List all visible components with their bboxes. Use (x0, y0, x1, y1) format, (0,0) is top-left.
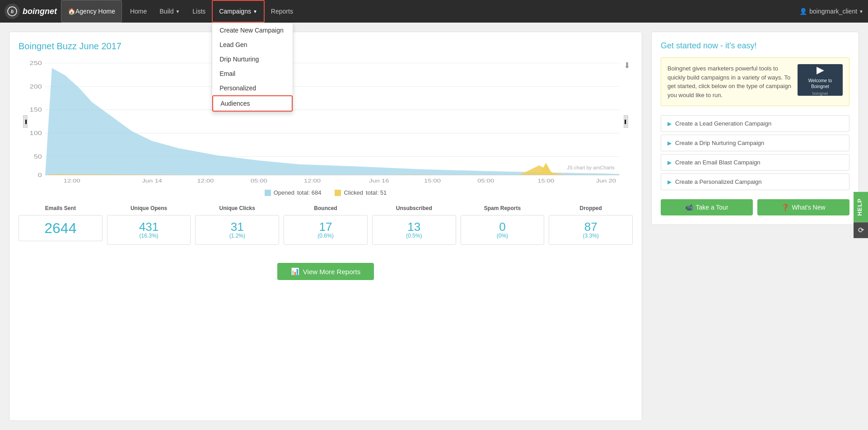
chart-right-controls: ▌ (624, 115, 628, 128)
chart-legend: Opened total: 684 Clicked total: 51 (19, 189, 633, 196)
dropdown-item-personalized[interactable]: Personalized (212, 81, 293, 95)
video-thumbnail[interactable]: ▶ Welcome to Boingnet boingnet (798, 64, 843, 96)
bar-chart-icon: 📊 (291, 267, 299, 276)
action-buttons: 📹 Take a Tour ❓ What's New (661, 199, 849, 215)
campaign-links-list: ▶Create a Lead Generation Campaign▶Creat… (661, 115, 849, 190)
svg-text:15:00: 15:00 (537, 178, 554, 183)
chart-left-handle-top[interactable]: ▐ (23, 115, 28, 128)
stat-percent-unique-opens: (16.3%) (111, 233, 187, 239)
agency-home-link[interactable]: 🏠 Agency Home (61, 0, 122, 23)
build-link[interactable]: Build ▼ (153, 0, 186, 23)
svg-text:12:00: 12:00 (64, 178, 80, 183)
stat-percent-unsubscribed: (0.5%) (376, 233, 452, 239)
video-label: Welcome to Boingnet (800, 78, 840, 89)
navbar: b boingnet 🏠 Agency Home Home Build ▼ Li… (0, 0, 868, 23)
build-caret-icon: ▼ (175, 9, 180, 14)
stat-number-unique-opens: 431 (111, 221, 187, 233)
stat-value-box-bounced: 17(0.6%) (284, 215, 368, 245)
home-link[interactable]: Home (124, 0, 153, 23)
campaigns-caret-icon: ▼ (253, 9, 257, 14)
stat-label-bounced: Bounced (284, 205, 368, 211)
legend-opened-box (265, 190, 271, 196)
nav-campaigns[interactable]: Campaigns ▼ Create New Campaign Lead Gen… (212, 0, 265, 23)
stat-value-box-dropped: 87(3.3%) (549, 215, 633, 245)
chart-svg: 250 200 150 100 50 0 12:00 Jun 14 12:00 … (19, 58, 633, 185)
stat-value-box-spam-reports: 0(0%) (461, 215, 545, 245)
intro-box: Boingnet gives marketers powerful tools … (661, 57, 849, 106)
user-menu[interactable]: 👤 boingmark_client ▼ (799, 8, 863, 15)
reports-link[interactable]: Reports (265, 0, 299, 23)
intro-text: Boingnet gives marketers powerful tools … (667, 64, 791, 99)
stat-number-spam-reports: 0 (465, 221, 541, 233)
help-button[interactable]: HELP (854, 192, 868, 222)
nav-lists[interactable]: Lists (186, 0, 212, 23)
legend-clicked-label: Clicked (344, 189, 363, 196)
take-tour-button[interactable]: 📹 Take a Tour (661, 199, 753, 215)
lists-link[interactable]: Lists (186, 0, 212, 23)
nav-items: 🏠 Agency Home Home Build ▼ Lists Campaig… (59, 0, 799, 23)
user-caret-icon: ▼ (859, 9, 863, 14)
svg-text:0: 0 (38, 172, 42, 178)
dropdown-item-drip-nurturing[interactable]: Drip Nurturing (212, 52, 293, 66)
svg-text:12:00: 12:00 (304, 178, 321, 183)
stat-number-dropped: 87 (553, 221, 629, 233)
stat-number-unique-clicks: 31 (199, 221, 275, 233)
legend-opened-label: Opened (274, 189, 294, 196)
view-more-reports-button[interactable]: 📊 View More Reports (277, 263, 374, 280)
help-icon-button[interactable]: ⟳ (854, 222, 868, 238)
dropdown-item-create-new[interactable]: Create New Campaign (212, 23, 293, 37)
download-icon[interactable]: ⬇ (624, 61, 630, 70)
stat-number-bounced: 17 (288, 221, 364, 233)
campaigns-link[interactable]: Campaigns ▼ (212, 0, 265, 23)
stat-label-spam-reports: Spam Reports (461, 205, 545, 211)
stat-number-emails-sent: 2644 (23, 221, 98, 235)
stat-percent-bounced: (0.6%) (288, 233, 364, 239)
svg-text:250: 250 (30, 60, 42, 66)
get-started-title: Get started now - it's easy! (661, 41, 849, 51)
chart-left-controls: ▐ (23, 115, 28, 128)
svg-text:05:00: 05:00 (251, 178, 267, 183)
campaigns-dropdown: Create New Campaign Lead Gen Drip Nurtur… (212, 23, 293, 112)
stat-block-emails-sent: Emails Sent2644 (19, 205, 103, 245)
dropdown-item-audiences[interactable]: Audiences (212, 95, 293, 112)
campaign-link-lead-gen-link[interactable]: ▶Create a Lead Generation Campaign (661, 115, 849, 132)
nav-reports[interactable]: Reports (265, 0, 299, 23)
help-sidebar: HELP ⟳ (854, 192, 868, 238)
svg-text:Jun 14: Jun 14 (142, 178, 162, 183)
nav-build[interactable]: Build ▼ (153, 0, 186, 23)
stat-label-unsubscribed: Unsubscribed (372, 205, 456, 211)
nav-home[interactable]: Home (124, 0, 153, 23)
svg-text:200: 200 (30, 84, 42, 89)
svg-text:05:00: 05:00 (477, 178, 494, 183)
dropdown-item-lead-gen[interactable]: Lead Gen (212, 37, 293, 52)
campaign-link-personalized-link[interactable]: ▶Create a Personalized Campaign (661, 173, 849, 190)
stat-value-box-emails-sent: 2644 (19, 215, 103, 241)
svg-text:50: 50 (34, 154, 42, 159)
campaign-link-label-email-blast-link: Create an Email Blast Campaign (675, 159, 761, 166)
stat-block-dropped: Dropped87(3.3%) (549, 205, 633, 245)
chart-container: ⬇ ▐ ▌ 250 200 150 100 (19, 58, 633, 185)
whats-new-button[interactable]: ❓ What's New (757, 199, 849, 215)
legend-opened-total: total: 684 (297, 189, 322, 196)
logo-icon: b (5, 4, 20, 19)
dropdown-item-email[interactable]: Email (212, 66, 293, 81)
stat-block-unique-opens: Unique Opens431(16.3%) (107, 205, 191, 245)
campaign-link-label-lead-gen-link: Create a Lead Generation Campaign (675, 120, 771, 127)
stat-block-spam-reports: Spam Reports0(0%) (461, 205, 545, 245)
svg-text:150: 150 (30, 107, 42, 113)
svg-text:Jun 16: Jun 16 (369, 178, 389, 183)
panel-title: Boingnet Buzz June 2017 (19, 41, 633, 51)
campaign-link-email-blast-link[interactable]: ▶Create an Email Blast Campaign (661, 154, 849, 171)
stat-value-box-unsubscribed: 13(0.5%) (372, 215, 456, 245)
svg-text:15:00: 15:00 (424, 178, 441, 183)
video-sublabel: boingnet (812, 91, 828, 96)
campaign-link-drip-link[interactable]: ▶Create a Drip Nurturing Campaign (661, 135, 849, 151)
nav-agency-home[interactable]: 🏠 Agency Home (59, 0, 124, 23)
chart-right-handle[interactable]: ▌ (624, 115, 628, 128)
view-more-container: 📊 View More Reports (19, 263, 633, 280)
get-started-card: Get started now - it's easy! Boingnet gi… (651, 32, 859, 225)
legend-clicked: Clicked total: 51 (335, 189, 387, 196)
campaign-link-label-personalized-link: Create a Personalized Campaign (675, 178, 762, 185)
brand-name: boingnet (23, 7, 57, 16)
brand-logo[interactable]: b boingnet (5, 4, 57, 19)
